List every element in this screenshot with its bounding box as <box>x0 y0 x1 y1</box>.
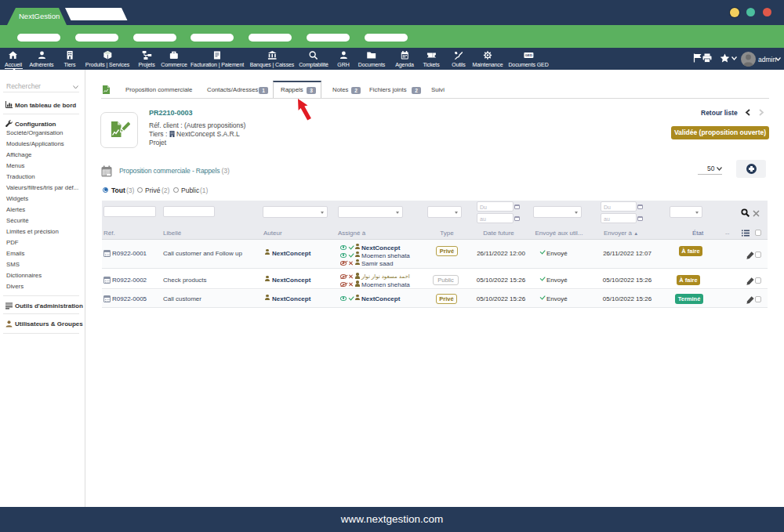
svg-text:GED: GED <box>524 53 532 57</box>
